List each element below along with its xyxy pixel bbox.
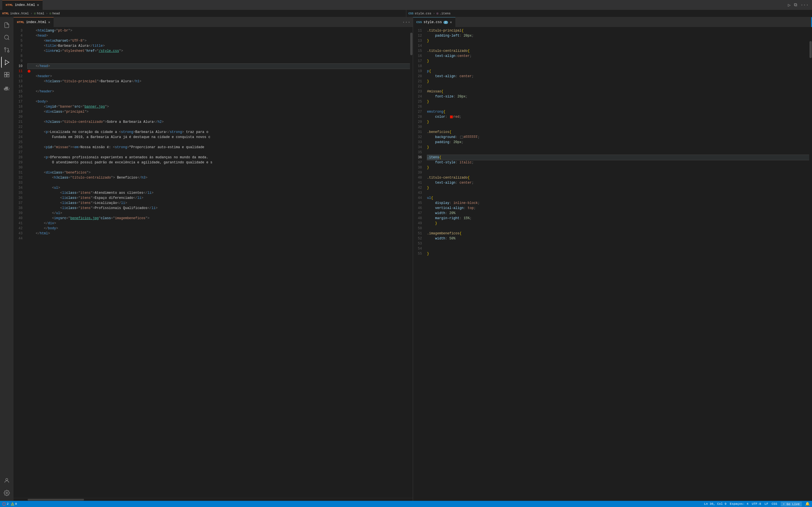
- code-line-14: [28, 84, 410, 89]
- bc-itens[interactable]: .itens: [440, 12, 451, 15]
- css-line-35: [427, 150, 809, 155]
- css-line-31: .beneficios {: [427, 129, 809, 135]
- bc-index-html[interactable]: index.html: [10, 12, 29, 15]
- css-scrollbar-v[interactable]: [809, 27, 812, 501]
- code-line-18: <img id="banner" src="banner.jpg">: [28, 104, 410, 109]
- code-line-29: O atendimento possui padrão de excelênci…: [28, 160, 410, 165]
- css-line-54: [427, 246, 809, 251]
- css-line-44: ul {: [427, 195, 809, 201]
- css-line-21: }: [427, 79, 809, 84]
- html-scrollbar-thumb[interactable]: [410, 33, 412, 55]
- code-line-39: </ul>: [28, 211, 410, 216]
- code-line-44: [28, 236, 410, 241]
- css-line-39: [427, 170, 809, 175]
- code-line-27: [28, 150, 410, 155]
- extensions-icon[interactable]: [1, 69, 12, 80]
- css-line-17: }: [427, 59, 809, 64]
- css-line-38: }: [427, 165, 809, 170]
- code-line-5: <meta charset="UTF-8">: [28, 38, 410, 43]
- run-debug-icon[interactable]: [1, 57, 12, 68]
- css-line-51: .imagembeneficos {: [427, 231, 809, 236]
- code-line-22: [28, 124, 410, 129]
- svg-line-1: [8, 39, 9, 40]
- status-bar-left: 2 0: [2, 502, 17, 506]
- settings-icon[interactable]: [1, 487, 12, 499]
- source-control-icon[interactable]: [1, 44, 12, 55]
- bc-css-icon-r: CSS: [409, 12, 414, 15]
- tab-close-index-html[interactable]: ✕: [37, 3, 39, 7]
- files-icon[interactable]: [1, 19, 12, 31]
- code-line-26: <p id="missao" ><em>Nossa missão é: <str…: [28, 145, 410, 150]
- svg-point-21: [4, 504, 4, 505]
- code-line-32: <h3 class="titulo-centralizado"> Benefíc…: [28, 175, 410, 180]
- css-line-40: .titulo-centralizado {: [427, 175, 809, 180]
- code-line-21: <h2 class="titulo-centralizado">Sobre a …: [28, 119, 410, 124]
- css-scrollbar-thumb[interactable]: [809, 41, 812, 58]
- css-line-32: background: #FFFFFF;: [427, 135, 809, 140]
- code-line-35: <li class="itens">Atendimento aos client…: [28, 190, 410, 195]
- tab-css-active[interactable]: CSS style.css 2 ✕: [413, 17, 455, 27]
- code-line-6: <title>Barbearia Alura</title>: [28, 43, 410, 48]
- encoding-indicator[interactable]: UTF-8: [752, 502, 761, 506]
- css-line-48: margin-right: 15%;: [427, 216, 809, 221]
- tab-html-active[interactable]: HTML index.html ✕: [13, 17, 54, 27]
- spaces-indicator[interactable]: Espaços: 4: [730, 502, 749, 506]
- tab-css-close[interactable]: ✕: [450, 20, 452, 24]
- svg-point-3: [4, 48, 6, 49]
- bc-head[interactable]: head: [52, 12, 60, 15]
- editors-container: HTML index.html ✕ ··· 3 4 5 6 7 8 9 10 1: [13, 17, 812, 501]
- svg-rect-9: [7, 72, 9, 74]
- css-line-28: color: red;: [427, 114, 809, 119]
- code-line-34: <ul>: [28, 185, 410, 190]
- css-line-45: display: inline-block;: [427, 201, 809, 206]
- account-icon[interactable]: [1, 475, 12, 486]
- tab-index-html[interactable]: HTML index.html ✕: [2, 0, 43, 10]
- html-scrollbar-v[interactable]: [410, 27, 413, 498]
- split-editor-icon[interactable]: ⧉: [794, 2, 797, 8]
- error-count: 2: [7, 502, 9, 506]
- cursor-position[interactable]: Ln 36, Col 9: [704, 502, 726, 506]
- notifications-icon[interactable]: 🔔: [805, 502, 810, 506]
- code-line-7: <link rel="stylesheet" href="/style.css"…: [28, 48, 410, 54]
- css-line-19: p {: [427, 69, 809, 74]
- css-line-11: .titulo-principal {: [427, 28, 809, 33]
- svg-rect-11: [7, 75, 9, 77]
- code-line-20: [28, 114, 410, 119]
- run-icon[interactable]: ▷: [788, 2, 791, 8]
- language-indicator[interactable]: CSS: [772, 502, 777, 506]
- more-actions-icon[interactable]: ···: [801, 3, 809, 8]
- code-line-41: </div>: [28, 221, 410, 226]
- error-warning-status[interactable]: 2 0: [2, 502, 17, 506]
- css-line-26: [427, 104, 809, 109]
- error-icon: [2, 502, 6, 506]
- title-bar: HTML index.html ✕ ▷ ⧉ ···: [0, 0, 812, 10]
- css-line-18: [427, 64, 809, 69]
- code-line-17: <body>: [28, 99, 410, 104]
- docker-icon[interactable]: [1, 83, 12, 95]
- css-line-29: }: [427, 119, 809, 124]
- right-tab-bar: CSS style.css 2 ✕: [413, 17, 812, 27]
- css-line-20: text-align: center;: [427, 74, 809, 79]
- html-scrollbar-h-thumb[interactable]: [28, 499, 84, 501]
- tab-css-file-icon: CSS: [416, 20, 422, 24]
- bc-style-css[interactable]: style.css: [415, 12, 432, 15]
- activity-bar: [0, 17, 13, 501]
- line-ending-indicator[interactable]: LF: [765, 502, 768, 506]
- tab-group-left: HTML index.html ✕: [2, 0, 43, 10]
- tab-html-close[interactable]: ✕: [48, 20, 50, 24]
- tab-bar-actions-left[interactable]: ···: [400, 20, 413, 25]
- go-live-button[interactable]: ⚡ Go Live: [781, 502, 802, 506]
- css-line-34: }: [427, 145, 809, 150]
- css-line-14: [427, 43, 809, 48]
- css-line-47: width: 20%: [427, 211, 809, 216]
- code-line-10: </head>: [28, 64, 410, 69]
- svg-rect-13: [5, 88, 6, 89]
- code-line-13: <h1 class="titulo-principal">Barbearia A…: [28, 79, 410, 84]
- search-icon[interactable]: [1, 32, 12, 43]
- css-line-52: width: 50%: [427, 236, 809, 241]
- bc-sep1: ›: [31, 12, 33, 15]
- bc-sep2: ›: [46, 12, 48, 15]
- code-line-11: [28, 69, 410, 74]
- bc-html[interactable]: html: [37, 12, 44, 15]
- html-scrollbar-h[interactable]: [13, 498, 413, 501]
